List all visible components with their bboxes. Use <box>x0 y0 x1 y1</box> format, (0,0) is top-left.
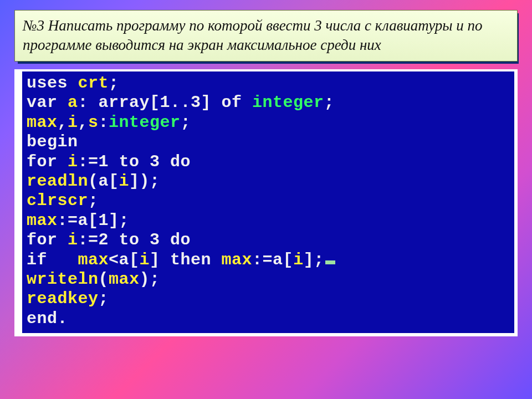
code-line-9: for i:=2 to 3 do <box>27 231 191 249</box>
code-line-13: end. <box>27 309 68 328</box>
code-line-3: max,i,s:integer; <box>27 113 191 132</box>
code-line-11: writeln(max); <box>27 270 160 289</box>
code-frame: uses crt; var a: array[1..3] of integer;… <box>14 69 518 336</box>
slide: №3 Написать программу по которой ввести … <box>0 0 532 399</box>
code-line-2: var a: array[1..3] of integer; <box>27 93 334 112</box>
cursor-icon <box>325 260 336 264</box>
code-line-5: for i:=1 to 3 do <box>27 152 191 171</box>
task-box: №3 Написать программу по которой ввести … <box>14 10 518 62</box>
code-line-1: uses crt; <box>27 74 119 93</box>
code-area: uses crt; var a: array[1..3] of integer;… <box>17 71 514 333</box>
code-line-4: begin <box>27 132 78 151</box>
code-line-6: readln(a[i]); <box>27 172 160 191</box>
code-line-12: readkey; <box>27 289 109 308</box>
code-line-7: clrscr; <box>27 191 99 210</box>
code-line-10: if max<a[i] then max:=a[i]; <box>27 250 335 269</box>
task-text: №3 Написать программу по которой ввести … <box>14 10 518 62</box>
code-line-8: max:=a[1]; <box>27 211 129 230</box>
